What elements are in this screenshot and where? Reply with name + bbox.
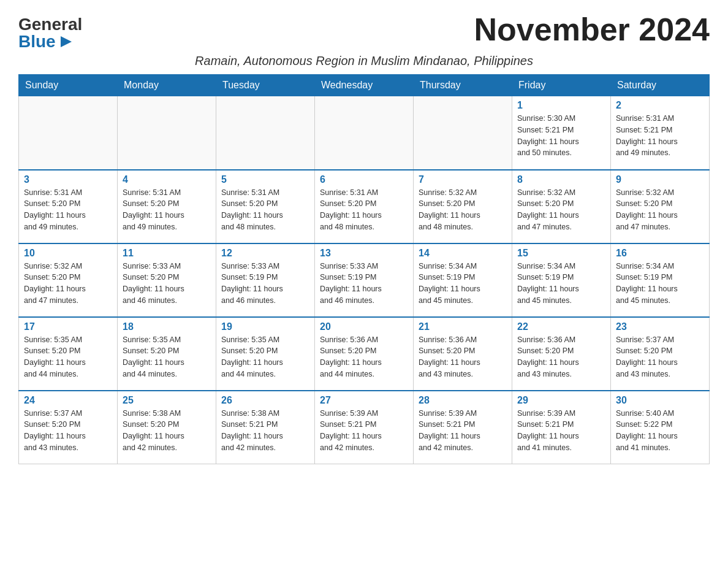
- day-info: Sunrise: 5:33 AMSunset: 5:19 PMDaylight:…: [320, 261, 408, 307]
- weekday-header-tuesday: Tuesday: [216, 75, 315, 96]
- day-number: 29: [517, 395, 605, 406]
- week-row-1: 1Sunrise: 5:30 AMSunset: 5:21 PMDaylight…: [19, 96, 710, 170]
- day-number: 30: [616, 395, 704, 406]
- day-number: 1: [517, 100, 605, 111]
- day-number: 20: [320, 321, 408, 332]
- calendar-cell: 28Sunrise: 5:39 AMSunset: 5:21 PMDayligh…: [414, 391, 512, 464]
- logo-arrow-icon: [59, 35, 73, 48]
- day-number: 21: [419, 321, 507, 332]
- calendar-cell: 10Sunrise: 5:32 AMSunset: 5:20 PMDayligh…: [19, 243, 118, 317]
- day-number: 10: [24, 248, 112, 259]
- day-number: 12: [221, 248, 309, 259]
- day-number: 15: [517, 248, 605, 259]
- day-info: Sunrise: 5:31 AMSunset: 5:20 PMDaylight:…: [24, 187, 112, 233]
- week-row-4: 17Sunrise: 5:35 AMSunset: 5:20 PMDayligh…: [19, 317, 710, 391]
- day-number: 18: [123, 321, 211, 332]
- logo-general-text: General: [18, 16, 82, 33]
- weekday-header-wednesday: Wednesday: [315, 75, 414, 96]
- calendar-cell: 4Sunrise: 5:31 AMSunset: 5:20 PMDaylight…: [118, 170, 216, 243]
- calendar-cell: 1Sunrise: 5:30 AMSunset: 5:21 PMDaylight…: [512, 96, 611, 170]
- day-number: 5: [221, 174, 309, 185]
- calendar-cell: 16Sunrise: 5:34 AMSunset: 5:19 PMDayligh…: [611, 243, 710, 317]
- day-info: Sunrise: 5:30 AMSunset: 5:21 PMDaylight:…: [517, 113, 605, 159]
- day-info: Sunrise: 5:38 AMSunset: 5:20 PMDaylight:…: [123, 408, 211, 454]
- day-number: 27: [320, 395, 408, 406]
- calendar-cell: 29Sunrise: 5:39 AMSunset: 5:21 PMDayligh…: [512, 391, 611, 464]
- calendar-cell: [414, 96, 512, 170]
- calendar-cell: 17Sunrise: 5:35 AMSunset: 5:20 PMDayligh…: [19, 317, 118, 391]
- day-number: 14: [419, 248, 507, 259]
- calendar-cell: 13Sunrise: 5:33 AMSunset: 5:19 PMDayligh…: [315, 243, 414, 317]
- day-info: Sunrise: 5:36 AMSunset: 5:20 PMDaylight:…: [320, 334, 408, 380]
- calendar-cell: 27Sunrise: 5:39 AMSunset: 5:21 PMDayligh…: [315, 391, 414, 464]
- svg-marker-0: [61, 36, 72, 47]
- day-info: Sunrise: 5:32 AMSunset: 5:20 PMDaylight:…: [24, 261, 112, 307]
- day-number: 11: [123, 248, 211, 259]
- day-info: Sunrise: 5:34 AMSunset: 5:19 PMDaylight:…: [517, 261, 605, 307]
- calendar-cell: 9Sunrise: 5:32 AMSunset: 5:20 PMDaylight…: [611, 170, 710, 243]
- day-info: Sunrise: 5:36 AMSunset: 5:20 PMDaylight:…: [517, 334, 605, 380]
- day-info: Sunrise: 5:31 AMSunset: 5:21 PMDaylight:…: [616, 113, 704, 159]
- day-number: 9: [616, 174, 704, 185]
- day-info: Sunrise: 5:32 AMSunset: 5:20 PMDaylight:…: [517, 187, 605, 233]
- weekday-header-monday: Monday: [118, 75, 216, 96]
- calendar-cell: 14Sunrise: 5:34 AMSunset: 5:19 PMDayligh…: [414, 243, 512, 317]
- day-number: 7: [419, 174, 507, 185]
- day-info: Sunrise: 5:34 AMSunset: 5:19 PMDaylight:…: [616, 261, 704, 307]
- day-info: Sunrise: 5:39 AMSunset: 5:21 PMDaylight:…: [320, 408, 408, 454]
- day-number: 26: [221, 395, 309, 406]
- day-number: 16: [616, 248, 704, 259]
- page-header: General Blue November 2024: [18, 12, 710, 50]
- day-number: 6: [320, 174, 408, 185]
- calendar-cell: 6Sunrise: 5:31 AMSunset: 5:20 PMDaylight…: [315, 170, 414, 243]
- calendar-subtitle: Ramain, Autonomous Region in Muslim Mind…: [18, 54, 710, 68]
- calendar-cell: 24Sunrise: 5:37 AMSunset: 5:20 PMDayligh…: [19, 391, 118, 464]
- day-info: Sunrise: 5:39 AMSunset: 5:21 PMDaylight:…: [419, 408, 507, 454]
- week-row-2: 3Sunrise: 5:31 AMSunset: 5:20 PMDaylight…: [19, 170, 710, 243]
- calendar-cell: 12Sunrise: 5:33 AMSunset: 5:19 PMDayligh…: [216, 243, 315, 317]
- calendar-cell: 23Sunrise: 5:37 AMSunset: 5:20 PMDayligh…: [611, 317, 710, 391]
- day-number: 28: [419, 395, 507, 406]
- day-info: Sunrise: 5:37 AMSunset: 5:20 PMDaylight:…: [24, 408, 112, 454]
- day-info: Sunrise: 5:31 AMSunset: 5:20 PMDaylight:…: [221, 187, 309, 233]
- day-number: 4: [123, 174, 211, 185]
- calendar-cell: 20Sunrise: 5:36 AMSunset: 5:20 PMDayligh…: [315, 317, 414, 391]
- weekday-header-thursday: Thursday: [414, 75, 512, 96]
- day-info: Sunrise: 5:32 AMSunset: 5:20 PMDaylight:…: [419, 187, 507, 233]
- calendar-cell: 26Sunrise: 5:38 AMSunset: 5:21 PMDayligh…: [216, 391, 315, 464]
- day-info: Sunrise: 5:31 AMSunset: 5:20 PMDaylight:…: [123, 187, 211, 233]
- day-number: 13: [320, 248, 408, 259]
- week-row-5: 24Sunrise: 5:37 AMSunset: 5:20 PMDayligh…: [19, 391, 710, 464]
- day-info: Sunrise: 5:39 AMSunset: 5:21 PMDaylight:…: [517, 408, 605, 454]
- calendar-cell: 7Sunrise: 5:32 AMSunset: 5:20 PMDaylight…: [414, 170, 512, 243]
- weekday-header-friday: Friday: [512, 75, 611, 96]
- logo: General Blue: [18, 16, 82, 50]
- calendar-cell: 2Sunrise: 5:31 AMSunset: 5:21 PMDaylight…: [611, 96, 710, 170]
- day-number: 17: [24, 321, 112, 332]
- day-number: 25: [123, 395, 211, 406]
- calendar-cell: 30Sunrise: 5:40 AMSunset: 5:22 PMDayligh…: [611, 391, 710, 464]
- day-info: Sunrise: 5:38 AMSunset: 5:21 PMDaylight:…: [221, 408, 309, 454]
- calendar-cell: 21Sunrise: 5:36 AMSunset: 5:20 PMDayligh…: [414, 317, 512, 391]
- day-info: Sunrise: 5:37 AMSunset: 5:20 PMDaylight:…: [616, 334, 704, 380]
- day-number: 3: [24, 174, 112, 185]
- day-info: Sunrise: 5:31 AMSunset: 5:20 PMDaylight:…: [320, 187, 408, 233]
- calendar-cell: 15Sunrise: 5:34 AMSunset: 5:19 PMDayligh…: [512, 243, 611, 317]
- calendar-cell: 25Sunrise: 5:38 AMSunset: 5:20 PMDayligh…: [118, 391, 216, 464]
- calendar-cell: [216, 96, 315, 170]
- day-info: Sunrise: 5:35 AMSunset: 5:20 PMDaylight:…: [123, 334, 211, 380]
- day-number: 19: [221, 321, 309, 332]
- calendar-cell: 3Sunrise: 5:31 AMSunset: 5:20 PMDaylight…: [19, 170, 118, 243]
- day-number: 24: [24, 395, 112, 406]
- day-info: Sunrise: 5:36 AMSunset: 5:20 PMDaylight:…: [419, 334, 507, 380]
- calendar-cell: [19, 96, 118, 170]
- day-info: Sunrise: 5:33 AMSunset: 5:20 PMDaylight:…: [123, 261, 211, 307]
- weekday-header-row: SundayMondayTuesdayWednesdayThursdayFrid…: [19, 75, 710, 96]
- logo-blue-text: Blue: [18, 33, 73, 50]
- calendar-cell: 19Sunrise: 5:35 AMSunset: 5:20 PMDayligh…: [216, 317, 315, 391]
- day-info: Sunrise: 5:33 AMSunset: 5:19 PMDaylight:…: [221, 261, 309, 307]
- calendar-cell: [118, 96, 216, 170]
- calendar-table: SundayMondayTuesdayWednesdayThursdayFrid…: [18, 74, 710, 464]
- calendar-cell: 8Sunrise: 5:32 AMSunset: 5:20 PMDaylight…: [512, 170, 611, 243]
- day-info: Sunrise: 5:35 AMSunset: 5:20 PMDaylight:…: [24, 334, 112, 380]
